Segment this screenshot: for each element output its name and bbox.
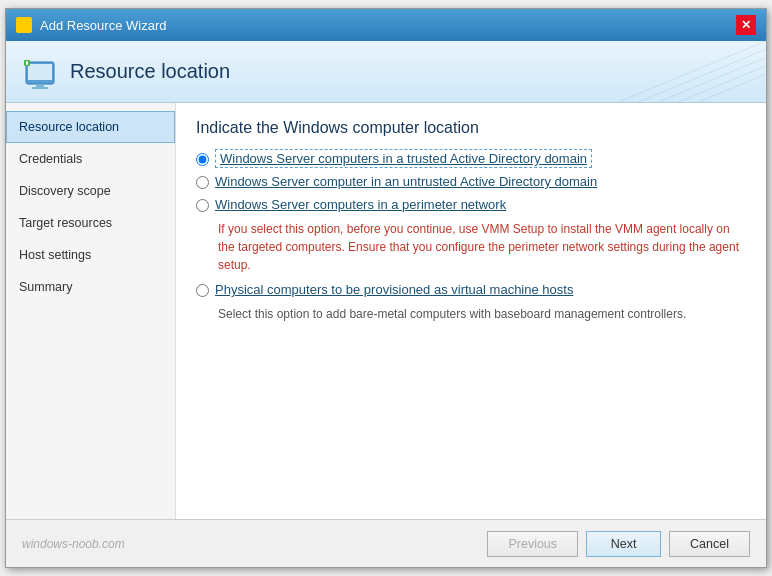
- svg-rect-7: [32, 87, 48, 89]
- next-button[interactable]: Next: [586, 531, 661, 557]
- main-panel: Indicate the Windows computer location W…: [176, 103, 766, 519]
- window-title: Add Resource Wizard: [40, 18, 166, 33]
- option-row-2: Windows Server computer in an untrusted …: [196, 174, 746, 189]
- svg-rect-6: [36, 84, 44, 87]
- option-block-3: Windows Server computers in a perimeter …: [196, 197, 746, 274]
- svg-rect-0: [18, 19, 24, 25]
- sidebar-item-host-settings[interactable]: Host settings: [6, 239, 175, 271]
- perimeter-info-text: If you select this option, before you co…: [218, 220, 746, 274]
- option-row-3: Windows Server computers in a perimeter …: [196, 197, 746, 212]
- header-title: Resource location: [70, 60, 230, 83]
- footer-buttons: Previous Next Cancel: [487, 531, 750, 557]
- title-bar: Add Resource Wizard ✕: [6, 9, 766, 41]
- svg-line-12: [636, 41, 766, 103]
- svg-rect-5: [28, 64, 52, 80]
- sidebar-item-discovery-scope[interactable]: Discovery scope: [6, 175, 175, 207]
- option-label-4[interactable]: Physical computers to be provisioned as …: [215, 282, 573, 297]
- option-row-1: Windows Server computers in a trusted Ac…: [196, 151, 746, 166]
- header-icon: [22, 54, 58, 90]
- radio-trusted-ad[interactable]: [196, 153, 209, 166]
- option-row-4: Physical computers to be provisioned as …: [196, 282, 746, 297]
- option-label-2[interactable]: Windows Server computer in an untrusted …: [215, 174, 597, 189]
- option-label-1[interactable]: Windows Server computers in a trusted Ac…: [215, 151, 592, 166]
- radio-physical[interactable]: [196, 284, 209, 297]
- wizard-window: Add Resource Wizard ✕ Resource location: [5, 8, 767, 568]
- svg-rect-2: [18, 26, 23, 31]
- physical-desc-text: Select this option to add bare-metal com…: [218, 305, 746, 323]
- option-label-3[interactable]: Windows Server computers in a perimeter …: [215, 197, 506, 212]
- cancel-button[interactable]: Cancel: [669, 531, 750, 557]
- header-panel: Resource location: [6, 41, 766, 103]
- close-button[interactable]: ✕: [736, 15, 756, 35]
- sidebar-item-target-resources[interactable]: Target resources: [6, 207, 175, 239]
- title-bar-left: Add Resource Wizard: [16, 17, 166, 33]
- sidebar-item-credentials[interactable]: Credentials: [6, 143, 175, 175]
- radio-perimeter[interactable]: [196, 199, 209, 212]
- svg-line-14: [676, 41, 766, 103]
- svg-line-11: [616, 41, 766, 103]
- option-block-4: Physical computers to be provisioned as …: [196, 282, 746, 323]
- sidebar: Resource location Credentials Discovery …: [6, 103, 176, 519]
- svg-rect-3: [25, 26, 30, 31]
- main-title: Indicate the Windows computer location: [196, 119, 746, 137]
- svg-rect-1: [25, 19, 30, 24]
- previous-button[interactable]: Previous: [487, 531, 578, 557]
- watermark: windows-noob.com: [22, 537, 125, 551]
- app-icon: [16, 17, 32, 33]
- sidebar-item-resource-location[interactable]: Resource location: [6, 111, 175, 143]
- radio-untrusted-ad[interactable]: [196, 176, 209, 189]
- footer: windows-noob.com Previous Next Cancel: [6, 519, 766, 567]
- sidebar-item-summary[interactable]: Summary: [6, 271, 175, 303]
- content-area: Resource location Credentials Discovery …: [6, 103, 766, 519]
